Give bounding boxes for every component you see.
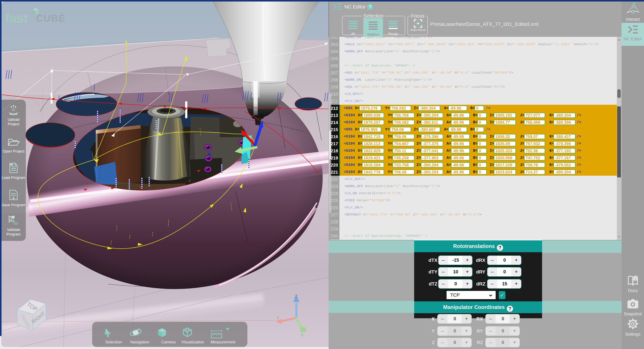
svg-text:Y: Y xyxy=(301,333,304,338)
svg-text:X: X xyxy=(276,315,279,320)
svg-text:®: ® xyxy=(61,12,63,15)
svg-text:i: i xyxy=(635,277,636,281)
svg-text:Z: Z xyxy=(294,294,298,299)
svg-text:fast: fast xyxy=(5,11,28,25)
